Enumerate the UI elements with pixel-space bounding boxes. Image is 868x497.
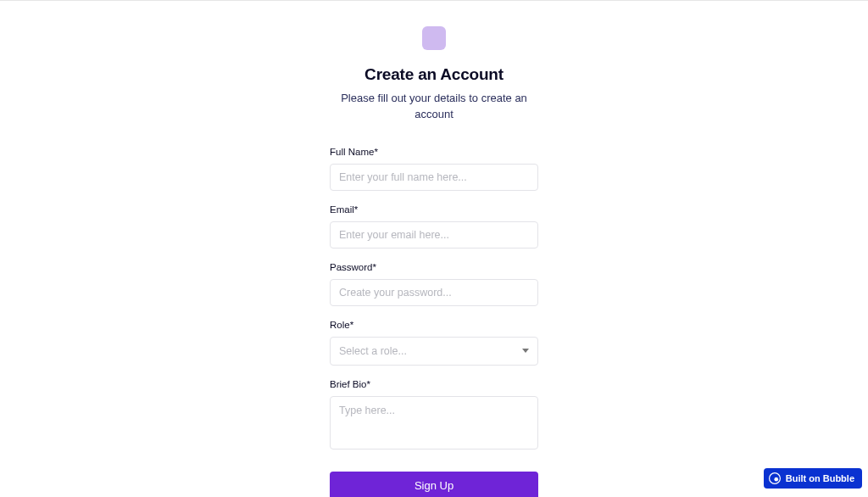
- signup-button[interactable]: Sign Up: [330, 472, 538, 497]
- password-label: Password*: [330, 262, 538, 272]
- password-input[interactable]: [330, 279, 538, 306]
- page-subtitle: Please fill out your details to create a…: [337, 91, 531, 123]
- bubble-badge-label: Built on Bubble: [786, 473, 854, 483]
- signup-form: Full Name* Email* Password* Role* Select…: [330, 147, 538, 497]
- signup-container: Create an Account Please fill out your d…: [330, 1, 538, 497]
- bio-textarea[interactable]: [330, 396, 538, 450]
- bio-label: Brief Bio*: [330, 379, 538, 389]
- svg-point-1: [774, 477, 778, 482]
- full-name-label: Full Name*: [330, 147, 538, 157]
- role-select[interactable]: Select a role...: [330, 337, 538, 366]
- email-group: Email*: [330, 204, 538, 248]
- role-label: Role*: [330, 320, 538, 330]
- built-on-bubble-badge[interactable]: Built on Bubble: [764, 468, 862, 489]
- full-name-group: Full Name*: [330, 147, 538, 191]
- bio-group: Brief Bio*: [330, 379, 538, 453]
- email-label: Email*: [330, 204, 538, 215]
- role-group: Role* Select a role...: [330, 320, 538, 366]
- logo-icon: [422, 26, 446, 50]
- bubble-logo-icon: [769, 472, 781, 484]
- full-name-input[interactable]: [330, 164, 538, 191]
- page-title: Create an Account: [364, 65, 504, 84]
- email-input[interactable]: [330, 221, 538, 248]
- password-group: Password*: [330, 262, 538, 306]
